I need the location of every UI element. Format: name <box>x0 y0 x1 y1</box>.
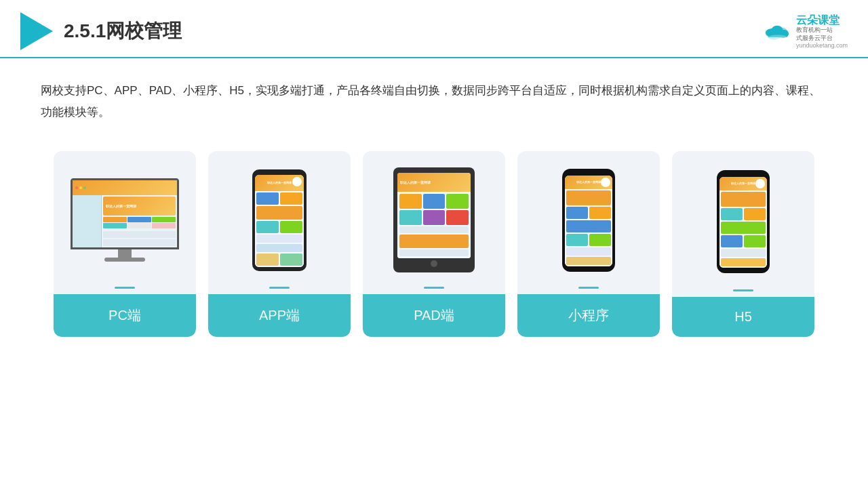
miniprogram-mockup: 职达人的第一堂网课 <box>562 169 615 272</box>
pc-image-area: 职达人的第一堂网课 <box>54 151 196 287</box>
h5-image-area: 职达人的第一堂网课 <box>672 151 814 289</box>
app-deco-line <box>269 287 290 289</box>
header-right: 云朵课堂 教育机构一站式服务云平台 yunduoketang.com <box>762 14 848 49</box>
app-mockup: 职达人的第一堂网课 <box>252 169 307 271</box>
tablet-mockup: 职达人的第一堂网课 <box>393 167 475 272</box>
miniprogram-deco-line <box>578 287 599 289</box>
app-image-area: 职达人的第一堂网课 <box>208 151 351 287</box>
pc-screen: 职达人的第一堂网课 <box>71 178 179 249</box>
pad-label: PAD端 <box>363 294 505 337</box>
h5-deco-line <box>733 289 753 291</box>
miniprogram-label: 小程序 <box>517 294 660 337</box>
h5-label: H5 <box>672 297 814 337</box>
logo-icon <box>20 12 53 50</box>
h5-card: 职达人的第一堂网课 <box>672 151 814 337</box>
brand-tagline: 教育机构一站式服务云平台 <box>796 26 833 42</box>
h5-phone-frame: 职达人的第一堂网课 <box>717 170 770 273</box>
app-label: APP端 <box>208 294 351 337</box>
pad-image-area: 职达人的第一堂网课 <box>363 151 505 287</box>
miniprogram-card: 职达人的第一堂网课 <box>517 151 660 337</box>
pc-card: 职达人的第一堂网课 <box>54 151 196 337</box>
cards-container: 职达人的第一堂网课 <box>0 138 868 357</box>
svg-point-6 <box>768 35 787 40</box>
cloud-icon <box>762 21 792 41</box>
pad-deco-line <box>424 287 444 289</box>
header-left: 2.5.1网校管理 <box>20 12 182 50</box>
tablet-frame: 职达人的第一堂网课 <box>393 167 475 272</box>
h5-mockup: 职达人的第一堂网课 <box>717 170 770 273</box>
brand-url: yunduoketang.com <box>796 42 848 49</box>
brand-text: 云朵课堂 教育机构一站式服务云平台 yunduoketang.com <box>796 14 848 49</box>
miniprogram-image-area: 职达人的第一堂网课 <box>517 151 660 287</box>
app-card: 职达人的第一堂网课 <box>208 151 351 337</box>
brand-name: 云朵课堂 <box>796 14 840 26</box>
phone-frame: 职达人的第一堂网课 <box>252 169 307 271</box>
pad-card: 职达人的第一堂网课 <box>363 151 505 337</box>
pc-mockup: 职达人的第一堂网课 <box>71 178 179 262</box>
pc-deco-line <box>115 287 135 289</box>
brand-logo: 云朵课堂 教育机构一站式服务云平台 yunduoketang.com <box>762 14 848 49</box>
description-text: 网校支持PC、APP、PAD、小程序、H5，实现多端打通，产品各终端自由切换，数… <box>0 58 868 138</box>
header: 2.5.1网校管理 云朵课堂 教育机构一站式服务云平台 yunduoketang… <box>0 0 868 58</box>
mini-phone-frame: 职达人的第一堂网课 <box>562 169 615 272</box>
pc-label: PC端 <box>54 294 196 337</box>
page-title: 2.5.1网校管理 <box>64 18 182 44</box>
